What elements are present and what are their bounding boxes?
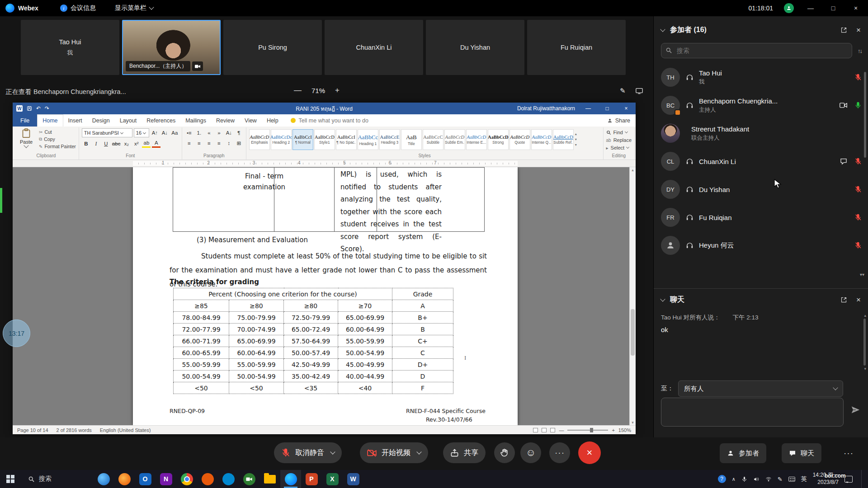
layout-view-icon[interactable]: [636, 88, 643, 94]
share-zoom-level[interactable]: 71%: [311, 87, 325, 94]
taskbar-app-edge[interactable]: [93, 470, 114, 488]
undo-icon[interactable]: ↶: [36, 105, 41, 112]
participant-row[interactable]: FR Fu Ruiqian: [654, 203, 868, 231]
chat-bubble-icon[interactable]: [840, 158, 847, 165]
zoom-in-button[interactable]: +: [335, 86, 340, 95]
send-icon[interactable]: [851, 405, 860, 414]
participant-search-input[interactable]: [661, 43, 852, 58]
word-count[interactable]: 2 of 2816 words: [57, 427, 92, 433]
participant-row[interactable]: BC Benchaporn Chuengkria...主持人: [654, 91, 868, 119]
align-right-button[interactable]: ≡: [205, 139, 213, 147]
raise-hand-button[interactable]: [494, 442, 515, 463]
zoom-slider[interactable]: [567, 430, 608, 431]
chat-input[interactable]: [661, 398, 844, 427]
taskbar-app-outlook[interactable]: O: [135, 470, 156, 488]
unmute-button[interactable]: 取消静音: [274, 442, 342, 463]
video-tile-benchaporn-active[interactable]: Benchapor...（主持人）: [122, 20, 221, 75]
mic-muted-icon[interactable]: [854, 186, 862, 193]
align-left-button[interactable]: ≡: [185, 139, 193, 147]
participant-row[interactable]: TH Tao Hui我: [654, 63, 868, 91]
style-quote[interactable]: AaBbCcDQuote: [509, 129, 530, 150]
redo-icon[interactable]: ↷: [45, 105, 49, 112]
tab-references[interactable]: References: [142, 114, 180, 127]
taskbar-app-skype[interactable]: [218, 470, 239, 488]
subscript-button[interactable]: x₂: [122, 139, 131, 148]
show-desktop-button[interactable]: [861, 470, 863, 488]
word-close-button[interactable]: ×: [620, 105, 632, 112]
scrollbar-thumb[interactable]: [631, 309, 635, 356]
taskbar-app-chrome[interactable]: [176, 470, 197, 488]
more-options-button[interactable]: ···: [549, 442, 570, 463]
bullets-button[interactable]: •≡: [185, 128, 193, 137]
font-name-combo[interactable]: TH SarabunPSI: [82, 128, 132, 137]
scroll-up-icon[interactable]: ▴: [630, 168, 636, 172]
decrease-indent-button[interactable]: «: [205, 128, 213, 137]
style-emphasis[interactable]: AaBbCcDEmphasis: [249, 129, 270, 150]
taskbar-app-office[interactable]: [197, 470, 218, 488]
show-marks-button[interactable]: ¶: [235, 128, 243, 137]
taskbar-app-word[interactable]: W: [343, 470, 363, 488]
panel-more-button[interactable]: ···: [844, 448, 854, 458]
style-subtle-emphasis[interactable]: AaBbCcDSubtle Em...: [444, 129, 465, 150]
mic-muted-icon[interactable]: [854, 74, 862, 81]
network-icon[interactable]: [765, 476, 772, 482]
style-normal[interactable]: AaBbCcI¶ Normal: [292, 129, 313, 150]
taskbar-search[interactable]: 搜索: [21, 475, 59, 483]
style-intense-emphasis[interactable]: AaBbCcDIntense E...: [466, 129, 487, 150]
taskbar-app-firefox[interactable]: [114, 470, 135, 488]
highlight-color-button[interactable]: ab: [142, 139, 151, 148]
styles-more-icon[interactable]: ▾: [575, 143, 577, 147]
reactions-button[interactable]: ☺: [520, 442, 541, 463]
zoom-slider-thumb[interactable]: [590, 428, 593, 432]
underline-button[interactable]: U: [102, 139, 110, 148]
grow-font-button[interactable]: A↑: [151, 129, 159, 137]
mic-muted-icon[interactable]: [854, 158, 862, 165]
floating-timer-bubble[interactable]: 13:17: [3, 319, 30, 347]
copy-button[interactable]: ⧉Copy: [39, 136, 76, 142]
taskbar-app-powerpoint[interactable]: P: [301, 470, 322, 488]
zoom-in-icon[interactable]: +: [612, 427, 614, 433]
find-button[interactable]: Find: [606, 130, 632, 135]
scroll-down-icon[interactable]: ▾: [630, 420, 636, 425]
video-tile-tao-hui[interactable]: Tao Hui 我: [21, 20, 119, 75]
maximize-button[interactable]: □: [827, 5, 839, 12]
font-size-combo[interactable]: 16: [134, 128, 149, 137]
tab-mailings[interactable]: Mailings: [180, 114, 211, 127]
tell-me-box[interactable]: Tell me what you want to do: [291, 117, 368, 124]
style-subtitle[interactable]: AaBbCcCSubtitle: [423, 129, 443, 150]
collapse-chevron-icon[interactable]: [660, 27, 665, 32]
web-layout-icon[interactable]: [550, 428, 555, 432]
mic-muted-icon[interactable]: [854, 214, 862, 221]
video-tile-chuanxin-li[interactable]: ChuanXin Li: [325, 20, 423, 75]
sort-icon[interactable]: ↑↓: [858, 47, 862, 54]
styles-scroll-down-icon[interactable]: ▾: [575, 137, 577, 141]
word-maximize-button[interactable]: □: [601, 105, 613, 112]
print-layout-icon[interactable]: [542, 428, 547, 432]
borders-button[interactable]: ⊞: [235, 139, 243, 147]
chat-toggle-button[interactable]: 聊天: [782, 443, 821, 463]
participant-row[interactable]: CL ChuanXin Li: [654, 147, 868, 175]
annotate-pen-icon[interactable]: ✎: [620, 87, 626, 95]
tab-home[interactable]: Home: [37, 114, 63, 127]
minimize-button[interactable]: —: [805, 5, 816, 12]
increase-indent-button[interactable]: »: [215, 128, 223, 137]
video-tile-pu-sirong[interactable]: Pu Sirong: [223, 20, 322, 75]
language-indicator[interactable]: English (United States): [100, 427, 151, 433]
style-style1[interactable]: AaBbCcDStyle1: [314, 129, 335, 150]
superscript-button[interactable]: x²: [132, 139, 141, 148]
chevron-down-icon[interactable]: [416, 449, 421, 454]
numbering-button[interactable]: 1.: [195, 128, 203, 137]
tab-design[interactable]: Design: [87, 114, 115, 127]
styles-scroll-up-icon[interactable]: ▴: [575, 132, 577, 136]
word-document-canvas[interactable]: Final - term examination MPL) is used, w…: [13, 167, 636, 425]
ime-keyboard-icon[interactable]: [788, 477, 795, 482]
taskbar-app-camera[interactable]: [239, 470, 259, 488]
save-icon[interactable]: [27, 106, 32, 111]
taskbar-app-explorer[interactable]: [259, 470, 280, 488]
scroll-more-chevron-icon[interactable]: ▾▾: [860, 272, 864, 277]
document-page[interactable]: Final - term examination MPL) is used, w…: [133, 167, 518, 425]
chevron-down-icon[interactable]: [330, 449, 335, 454]
popout-icon[interactable]: [840, 27, 847, 33]
change-case-button[interactable]: Aa: [170, 129, 179, 137]
mic-on-icon[interactable]: [854, 102, 862, 109]
